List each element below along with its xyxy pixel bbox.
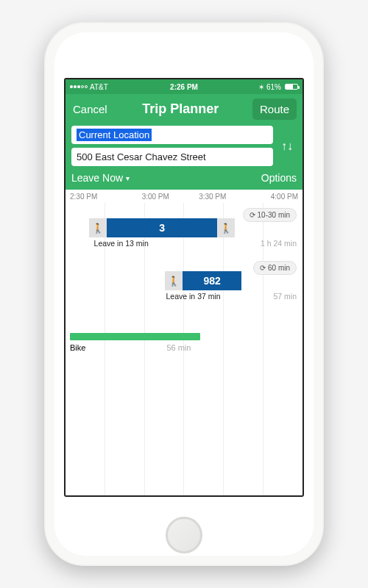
route-bar-2: 🚶 982: [165, 271, 241, 290]
status-left: AT&T: [70, 83, 146, 91]
header: Cancel Trip Planner Route Current Locati…: [66, 94, 302, 190]
duration-1: 1 h 24 min: [261, 239, 297, 248]
duration-2: 57 min: [273, 292, 297, 301]
from-value: Current Location: [77, 129, 152, 141]
signal-icon: [70, 85, 88, 88]
phone-inner: AT&T 2:26 PM ✶ 61% Cancel Trip Planner R…: [54, 32, 314, 556]
time-axis: 2:30 PM 3:00 PM 3:30 PM 4:00 PM: [66, 190, 302, 202]
bus-segment-1: 3: [107, 218, 217, 237]
cancel-button[interactable]: Cancel: [71, 100, 109, 118]
chevron-down-icon: ▾: [126, 174, 130, 182]
battery-pct: 61%: [266, 83, 281, 91]
phone-frame: AT&T 2:26 PM ✶ 61% Cancel Trip Planner R…: [44, 22, 324, 566]
inputs-col: Current Location 500 East Cesar Chavez S…: [71, 126, 273, 166]
bike-meta: Bike 56 min: [70, 343, 191, 352]
status-bar: AT&T 2:26 PM ✶ 61%: [66, 79, 302, 94]
route-meta-1: Leave in 13 min 1 h 24 min: [66, 239, 302, 248]
battery-icon: [285, 84, 298, 90]
clock-icon: ⟳: [260, 264, 266, 272]
frequency-pill-2: ⟳ 60 min: [253, 261, 297, 275]
walk-icon: 🚶: [217, 218, 235, 237]
bluetooth-icon: ✶: [258, 83, 264, 91]
status-right: ✶ 61%: [222, 83, 298, 91]
tick-3: 4:00 PM: [241, 193, 303, 201]
route-row-2[interactable]: ⟳ 60 min 🚶 982 Leave in 37 min 57 min: [66, 265, 302, 308]
route-meta-2: Leave in 37 min 57 min: [66, 292, 302, 301]
status-time: 2:26 PM: [146, 83, 222, 91]
timeline: 2:30 PM 3:00 PM 3:30 PM 4:00 PM ⟳ 10-30 …: [66, 190, 302, 495]
header-bottom: Leave Now ▾ Options: [71, 172, 297, 184]
leave-in-1: Leave in 13 min: [94, 239, 149, 248]
bike-bar: [70, 333, 200, 340]
tick-2: 3:30 PM: [184, 193, 241, 201]
route-row-1[interactable]: ⟳ 10-30 min 🚶 3 🚶 Leave in 13 min 1 h 24…: [66, 212, 302, 255]
freq-2: 60 min: [268, 264, 290, 272]
home-button[interactable]: [166, 517, 202, 553]
route-bar-1: 🚶 3 🚶: [89, 218, 235, 237]
bike-label: Bike: [70, 343, 85, 352]
options-button[interactable]: Options: [261, 172, 297, 184]
freq-1: 10-30 min: [258, 211, 290, 219]
clock-icon: ⟳: [250, 211, 255, 219]
route-button[interactable]: Route: [252, 98, 297, 120]
header-top: Cancel Trip Planner Route: [71, 98, 297, 120]
walk-icon: 🚶: [89, 218, 107, 237]
swap-button[interactable]: ↑↓: [277, 140, 297, 153]
to-field[interactable]: 500 East Cesar Chavez Street: [71, 148, 273, 166]
screen: AT&T 2:26 PM ✶ 61% Cancel Trip Planner R…: [64, 78, 304, 497]
tick-0: 2:30 PM: [66, 193, 127, 201]
page-title: Trip Planner: [142, 101, 219, 117]
tick-1: 3:00 PM: [127, 193, 185, 201]
leave-label: Leave Now: [71, 172, 123, 184]
walk-icon: 🚶: [165, 271, 183, 290]
bike-row[interactable]: Bike 56 min: [66, 330, 302, 365]
swap-icon: ↑↓: [281, 140, 293, 153]
to-value: 500 East Cesar Chavez Street: [77, 151, 206, 162]
frequency-pill-1: ⟳ 10-30 min: [243, 208, 297, 222]
from-field[interactable]: Current Location: [71, 126, 273, 144]
inputs-row: Current Location 500 East Cesar Chavez S…: [71, 126, 297, 166]
leave-time-button[interactable]: Leave Now ▾: [71, 172, 130, 184]
carrier-label: AT&T: [90, 83, 108, 91]
bike-duration: 56 min: [166, 343, 191, 352]
leave-in-2: Leave in 37 min: [166, 292, 221, 301]
bus-segment-2: 982: [183, 271, 241, 290]
